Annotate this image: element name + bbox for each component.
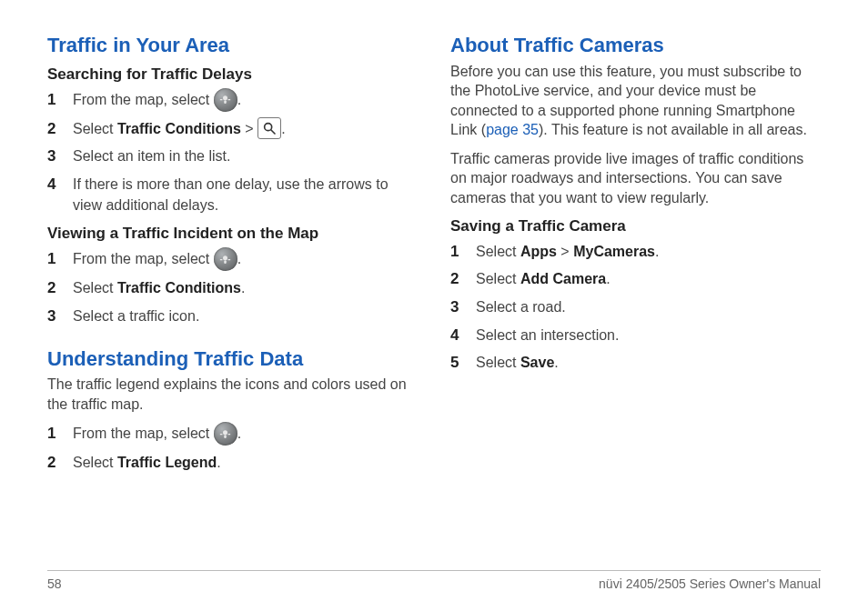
manual-page: Traffic in Your Area Searching for Traff…	[0, 0, 868, 611]
step-text: Select	[73, 455, 117, 470]
step-text: From the map, select	[73, 92, 214, 107]
step-item: Select Traffic Conditions > .	[47, 118, 418, 141]
subsection-heading: Viewing a Traffic Incident on the Map	[47, 225, 418, 243]
subsection-heading: Searching for Traffic Delays	[47, 65, 418, 84]
traffic-icon	[214, 422, 237, 446]
section-heading: Understanding Traffic Data	[47, 346, 418, 372]
step-item: Select Traffic Conditions.	[47, 277, 418, 300]
step-text: .	[241, 280, 245, 295]
page-link[interactable]: page 35	[486, 122, 539, 137]
page-number: 58	[47, 576, 62, 591]
step-bold: Save	[520, 355, 554, 370]
step-text: Select	[476, 271, 520, 286]
paragraph: Before you can use this feature, you mus…	[450, 62, 821, 140]
svg-rect-7	[224, 435, 227, 438]
manual-title: nüvi 2405/2505 Series Owner's Manual	[599, 576, 821, 591]
step-text: Select	[476, 355, 520, 370]
right-column: About Traffic Cameras Before you can use…	[450, 33, 821, 538]
step-text: .	[554, 355, 558, 370]
svg-rect-1	[224, 100, 227, 104]
step-bold: Traffic Legend	[117, 455, 217, 470]
step-item: Select a traffic icon.	[47, 306, 418, 328]
step-item: Select a road.	[450, 296, 821, 319]
step-text: .	[655, 244, 659, 259]
section-heading: Traffic in Your Area	[47, 33, 418, 58]
step-text: .	[217, 455, 220, 470]
traffic-icon	[214, 88, 237, 112]
svg-point-6	[223, 430, 227, 435]
svg-line-3	[271, 130, 275, 134]
step-item: Select Traffic Legend.	[47, 452, 418, 475]
step-text: .	[237, 426, 241, 441]
step-bold: Apps	[520, 244, 557, 259]
step-bold: MyCameras	[573, 244, 655, 259]
step-item: From the map, select .	[47, 89, 418, 113]
step-bold: Traffic Conditions	[117, 280, 241, 295]
step-text: Select an intersection.	[476, 325, 821, 346]
paragraph-text: ). This feature is not available in all …	[539, 122, 807, 137]
step-text: Select a road.	[476, 296, 821, 317]
step-text: .	[237, 252, 241, 267]
subsection-heading: Saving a Traffic Camera	[450, 217, 821, 235]
step-item: Select Save.	[450, 352, 821, 375]
step-text: Select	[73, 280, 117, 295]
step-text: Select	[476, 244, 520, 259]
left-column: Traffic in Your Area Searching for Traff…	[47, 33, 418, 538]
step-text: .	[281, 121, 285, 136]
traffic-icon	[214, 247, 237, 271]
step-text: Select an item in the list.	[73, 145, 418, 166]
content-columns: Traffic in Your Area Searching for Traff…	[47, 33, 821, 538]
page-footer: 58 nüvi 2405/2505 Series Owner's Manual	[47, 570, 821, 591]
step-text: If there is more than one delay, use the…	[73, 174, 418, 215]
step-item: From the map, select .	[47, 423, 418, 446]
paragraph: The traffic legend explains the icons an…	[47, 375, 418, 414]
step-item: If there is more than one delay, use the…	[47, 174, 418, 215]
step-text: Select	[73, 121, 117, 136]
step-text: From the map, select	[73, 426, 214, 441]
step-item: Select an item in the list.	[47, 145, 418, 168]
svg-rect-5	[224, 260, 227, 264]
step-bold: Add Camera	[520, 271, 606, 286]
step-list: From the map, select . Select Traffic Co…	[47, 248, 418, 327]
step-item: Select Add Camera.	[450, 268, 821, 291]
step-list: From the map, select . Select Traffic Co…	[47, 89, 418, 216]
svg-point-4	[223, 255, 227, 260]
step-text: From the map, select	[73, 252, 214, 267]
step-list: Select Apps > MyCameras. Select Add Came…	[450, 241, 821, 375]
step-text: >	[241, 121, 257, 136]
section-heading: About Traffic Cameras	[450, 33, 821, 58]
step-item: Select Apps > MyCameras.	[450, 241, 821, 264]
step-text: .	[237, 92, 241, 107]
svg-point-0	[223, 95, 227, 100]
step-text: >	[557, 244, 573, 259]
magnifier-icon	[257, 117, 281, 139]
step-bold: Traffic Conditions	[117, 121, 241, 136]
step-item: From the map, select .	[47, 248, 418, 272]
paragraph: Traffic cameras provide live images of t…	[450, 149, 821, 208]
step-text: .	[606, 271, 610, 286]
step-item: Select an intersection.	[450, 325, 821, 347]
step-text: Select a traffic icon.	[73, 306, 418, 326]
step-list: From the map, select . Select Traffic Le…	[47, 423, 418, 475]
